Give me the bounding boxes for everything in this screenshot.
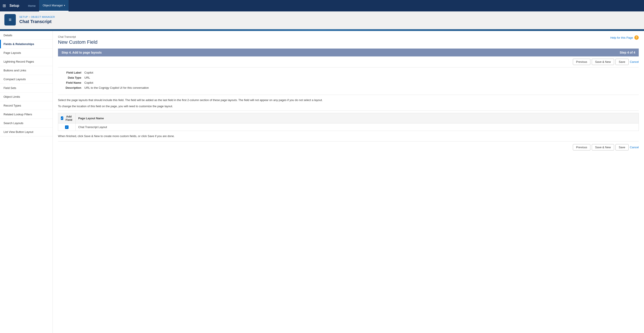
wave-band: [0, 29, 644, 31]
step-header-label: Step 4. Add to page layouts: [62, 51, 102, 54]
breadcrumb-object-manager[interactable]: OBJECT MANAGER: [31, 16, 55, 18]
table-header-add-field: ✓ Add Field: [58, 113, 76, 124]
description-section: Select the page layouts that should incl…: [58, 95, 639, 111]
content-area: Chat Transcript New Custom Field Help fo…: [53, 31, 644, 333]
description-paragraph-2: To change the location of this field on …: [58, 104, 639, 108]
table-cell-layout-name: Chat Transcript Layout: [76, 124, 639, 131]
field-name-row: Field Name Copilot: [58, 81, 639, 84]
save-button[interactable]: Save: [616, 59, 628, 65]
step-indicator: Step 4 of 4: [620, 51, 635, 54]
description-key: Description: [58, 86, 84, 90]
breadcrumb-separator: >: [29, 16, 31, 18]
header-checkbox[interactable]: ✓: [61, 116, 63, 120]
help-link[interactable]: Help for this Page ?: [610, 35, 639, 40]
content-header: Chat Transcript New Custom Field Help fo…: [58, 35, 639, 45]
layouts-table: ✓ Add Field Page Layout Name ✓ Chat Tran…: [58, 113, 639, 131]
sidebar-item-buttons-and-links-label: Buttons and Links: [4, 69, 26, 72]
nav-object-manager-label: Object Manager: [42, 4, 63, 7]
table-row: ✓ Chat Transcript Layout: [58, 124, 639, 131]
sidebar-item-buttons-and-links[interactable]: Buttons and Links: [0, 66, 52, 75]
page-title: Chat Transcript: [19, 19, 55, 24]
sidebar-item-related-lookup-filters[interactable]: Related Lookup Filters: [0, 110, 52, 119]
table-cell-checkbox[interactable]: ✓: [58, 124, 76, 131]
data-type-value: URL: [84, 76, 90, 79]
field-label-row: Field Label Copilot: [58, 71, 639, 74]
sidebar-item-related-lookup-filters-label: Related Lookup Filters: [4, 113, 32, 116]
field-name-value: Copilot: [84, 81, 93, 84]
sidebar-item-details-label: Details: [4, 34, 12, 37]
chevron-down-icon: ▾: [64, 4, 65, 6]
sidebar-item-record-types-label: Record Types: [4, 104, 21, 107]
breadcrumb-setup[interactable]: SETUP: [19, 16, 28, 18]
sidebar-item-page-layouts[interactable]: Page Layouts: [0, 48, 52, 57]
object-icon: ≡: [4, 14, 16, 26]
sidebar-item-fields-relationships-label: Fields & Relationships: [4, 42, 34, 46]
breadcrumb: SETUP > OBJECT MANAGER: [19, 16, 55, 18]
header-text: SETUP > OBJECT MANAGER Chat Transcript: [19, 16, 55, 24]
sidebar-item-record-types[interactable]: Record Types: [0, 101, 52, 110]
row-checkbox[interactable]: ✓: [65, 126, 68, 129]
save-and-new-button[interactable]: Save & New: [592, 59, 614, 65]
sidebar-item-field-sets-label: Field Sets: [4, 86, 16, 90]
object-icon-symbol: ≡: [9, 17, 12, 22]
sidebar-item-details[interactable]: Details: [0, 31, 52, 40]
nav-item-object-manager[interactable]: Object Manager ▾: [39, 0, 68, 12]
table-header-layout-name: Page Layout Name: [76, 113, 639, 124]
sidebar: Details Fields & Relationships Page Layo…: [0, 31, 53, 333]
previous-button[interactable]: Previous: [573, 59, 591, 65]
sidebar-item-compact-layouts-label: Compact Layouts: [4, 78, 26, 81]
finish-paragraph: When finished, click Save & New to creat…: [58, 134, 639, 138]
data-type-row: Data Type URL: [58, 76, 639, 79]
field-name-key: Field Name: [58, 81, 84, 84]
finish-text: When finished, click Save & New to creat…: [58, 131, 639, 142]
field-label-value: Copilot: [84, 71, 93, 74]
data-type-key: Data Type: [58, 76, 84, 79]
app-name: Setup: [10, 4, 19, 8]
grid-icon[interactable]: ⊞: [3, 3, 6, 8]
bottom-cancel-button[interactable]: Cancel: [630, 144, 639, 150]
sidebar-item-object-limits-label: Object Limits: [4, 95, 20, 98]
cancel-button[interactable]: Cancel: [630, 59, 639, 65]
bottom-action-bar: Previous Save & New Save Cancel: [58, 142, 639, 150]
sidebar-item-list-view-button-layout[interactable]: List View Button Layout: [0, 128, 52, 136]
table-header-add-field-label: Add Field: [65, 115, 73, 122]
bottom-save-and-new-button[interactable]: Save & New: [592, 144, 614, 150]
sidebar-item-lightning-record-pages[interactable]: Lightning Record Pages: [0, 57, 52, 66]
sidebar-item-compact-layouts[interactable]: Compact Layouts: [0, 75, 52, 84]
sidebar-item-page-layouts-label: Page Layouts: [4, 51, 21, 54]
field-info: Field Label Copilot Data Type URL Field …: [58, 68, 639, 95]
sidebar-item-object-limits[interactable]: Object Limits: [0, 92, 52, 101]
nav-home-label: Home: [28, 4, 36, 8]
sidebar-item-fields-relationships[interactable]: Fields & Relationships: [0, 40, 52, 48]
sidebar-item-field-sets[interactable]: Field Sets: [0, 84, 52, 92]
field-label-key: Field Label: [58, 71, 84, 74]
bottom-save-button[interactable]: Save: [616, 144, 628, 150]
top-nav: ⊞ Setup Home Object Manager ▾: [0, 0, 644, 12]
sidebar-item-search-layouts[interactable]: Search Layouts: [0, 119, 52, 128]
help-link-text: Help for this Page: [610, 36, 633, 39]
header-band: ≡ SETUP > OBJECT MANAGER Chat Transcript: [0, 12, 644, 29]
help-icon: ?: [634, 35, 639, 40]
context-label: Chat Transcript: [58, 35, 98, 38]
sidebar-item-search-layouts-label: Search Layouts: [4, 122, 23, 125]
sidebar-item-list-view-button-layout-label: List View Button Layout: [4, 130, 34, 134]
main-layout: Details Fields & Relationships Page Layo…: [0, 31, 644, 333]
form-header: Chat Transcript New Custom Field: [58, 35, 98, 45]
bottom-previous-button[interactable]: Previous: [573, 144, 591, 150]
form-title: New Custom Field: [58, 39, 98, 45]
description-paragraph-1: Select the page layouts that should incl…: [58, 98, 639, 102]
description-value: URL to the Cognigy Copilot UI for this c…: [84, 86, 149, 90]
description-row: Description URL to the Cognigy Copilot U…: [58, 86, 639, 90]
nav-item-home[interactable]: Home: [24, 0, 39, 12]
top-action-bar: Previous Save & New Save Cancel: [58, 56, 639, 68]
sidebar-item-lightning-record-pages-label: Lightning Record Pages: [4, 60, 34, 63]
step-header: Step 4. Add to page layouts Step 4 of 4: [58, 48, 639, 56]
